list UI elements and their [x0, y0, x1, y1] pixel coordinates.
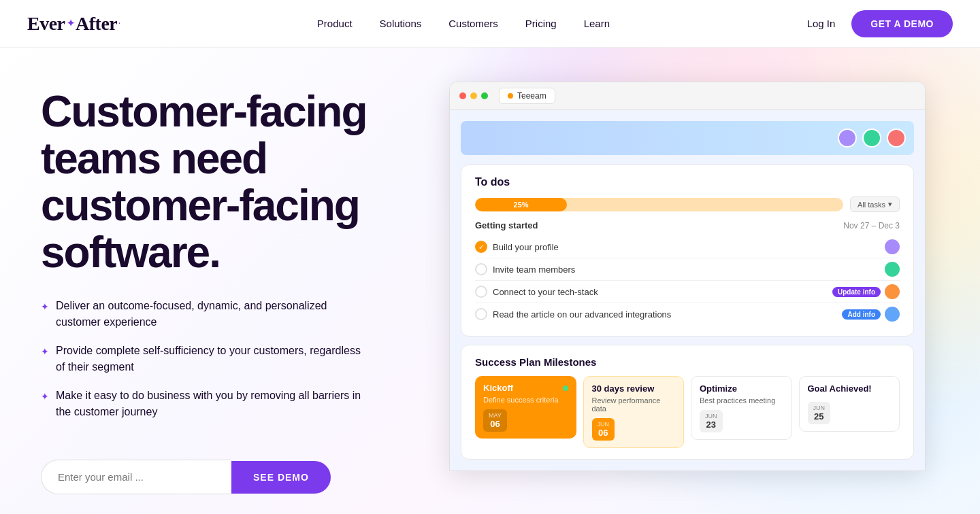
milestone-1: Kickoff Define success criteria MAY 06: [475, 376, 576, 439]
task-text-3: Connect to your tech-stack: [493, 287, 598, 297]
milestone-date-4: JUN 25: [808, 402, 831, 424]
progress-fill: 25%: [475, 198, 567, 211]
main-content: Customer-facing teams need customer-faci…: [0, 48, 980, 514]
check-circle-3: [475, 286, 487, 298]
get-demo-button[interactable]: GET A DEMO: [851, 10, 953, 37]
progress-bar: 25%: [475, 198, 843, 211]
bullet-3: ✦ Make it easy to do business with you b…: [41, 388, 368, 420]
headline-line4: software.: [41, 228, 220, 277]
todos-title: To dos: [475, 176, 900, 188]
update-tag: Update info: [832, 287, 881, 297]
milestone-4: Goal Achieved! JUN 25: [799, 376, 900, 432]
chevron-icon: ▾: [888, 200, 892, 209]
minimize-dot: [470, 92, 477, 99]
tab-icon: [508, 93, 513, 99]
task-avatar-3: [885, 284, 900, 299]
task-text-4: Read the article on our advanced integra…: [493, 309, 671, 320]
diamond-icon-1: ✦: [41, 300, 49, 314]
check-circle-done: ✓: [475, 241, 487, 253]
avatar-1: [838, 128, 857, 148]
browser-window: Teeeam To dos: [449, 82, 926, 471]
task-text-2: Invite team members: [493, 264, 575, 275]
logo[interactable]: Ever✦After·: [27, 13, 120, 35]
nav-pricing[interactable]: Pricing: [525, 18, 557, 29]
milestones-card: Success Plan Milestones Kickoff Define s…: [461, 345, 914, 460]
cta-row: SEE DEMO: [41, 460, 368, 494]
avatar-2: [862, 128, 881, 148]
hero-headline: Customer-facing teams need customer-faci…: [41, 88, 368, 276]
section-header: Getting started Nov 27 – Dec 3: [475, 220, 900, 230]
see-demo-button[interactable]: SEE DEMO: [231, 461, 331, 494]
navbar: Ever✦After· Product Solutions Customers …: [0, 0, 980, 48]
add-info-tag: Add info: [842, 309, 881, 320]
browser-bar: Teeeam: [450, 82, 925, 110]
login-button[interactable]: Log In: [807, 18, 836, 29]
diamond-icon-2: ✦: [41, 345, 49, 359]
nav-product[interactable]: Product: [317, 18, 353, 29]
headline-line3: customer-facing: [41, 181, 359, 230]
all-tasks-button[interactable]: All tasks ▾: [850, 196, 900, 212]
bullet-1: ✦ Deliver an outcome-focused, dynamic, a…: [41, 298, 368, 330]
milestone-dot: [563, 386, 568, 391]
milestones-track: Kickoff Define success criteria MAY 06: [475, 376, 900, 448]
milestone-date-3: JUN 23: [700, 410, 723, 432]
task-row: Read the article on our advanced integra…: [475, 303, 900, 325]
browser-tab[interactable]: Teeeam: [499, 88, 555, 104]
nav-customers[interactable]: Customers: [448, 18, 498, 29]
check-circle-2: [475, 263, 487, 275]
task-text-1: Build your profile: [493, 242, 559, 252]
check-circle-4: [475, 308, 487, 320]
milestone-date-2: JUN 06: [592, 418, 615, 441]
mockup-body: To dos 25% All tasks ▾: [450, 110, 925, 470]
task-row: Connect to your tech-stack Update info: [475, 281, 900, 303]
hero-right: Teeeam To dos: [395, 48, 980, 514]
headline-line2: teams need: [41, 134, 267, 183]
bullet-2: ✦ Provide complete self-sufficiency to y…: [41, 343, 368, 375]
section-title: Getting started: [475, 220, 538, 230]
todos-card: To dos 25% All tasks ▾: [461, 165, 914, 337]
task-row: Invite team members: [475, 258, 900, 281]
milestone-date-1: MAY 06: [483, 409, 507, 432]
logo-star: ✦: [67, 18, 75, 29]
maximize-dot: [481, 92, 488, 99]
logo-dot: ·: [118, 20, 120, 27]
headline-line1: Customer-facing: [41, 87, 367, 136]
product-mockup: Teeeam To dos: [449, 82, 926, 471]
nav-solutions[interactable]: Solutions: [380, 18, 422, 29]
close-dot: [459, 92, 466, 99]
task-row: ✓ Build your profile: [475, 236, 900, 258]
nav-links: Product Solutions Customers Pricing Lear…: [317, 18, 610, 29]
milestone-3: Optimize Best practices meeting JUN 23: [691, 376, 792, 440]
section-date: Nov 27 – Dec 3: [843, 221, 900, 230]
milestones-title: Success Plan Milestones: [475, 356, 900, 368]
tab-label: Teeeam: [517, 91, 546, 101]
progress-row: 25% All tasks ▾: [475, 196, 900, 212]
feature-bullets: ✦ Deliver an outcome-focused, dynamic, a…: [41, 298, 368, 432]
milestone-2: 30 days review Review performance data J…: [583, 376, 685, 448]
progress-label: 25%: [514, 201, 529, 209]
top-banner: [461, 121, 914, 155]
task-avatar-4: [885, 307, 900, 322]
email-input[interactable]: [41, 460, 231, 494]
nav-learn[interactable]: Learn: [584, 18, 610, 29]
nav-right: Log In GET A DEMO: [807, 10, 953, 37]
task-avatar-1: [885, 239, 900, 254]
avatar-3: [887, 128, 906, 148]
diamond-icon-3: ✦: [41, 390, 49, 404]
task-avatar-2: [885, 262, 900, 277]
hero-left: Customer-facing teams need customer-faci…: [0, 48, 395, 514]
